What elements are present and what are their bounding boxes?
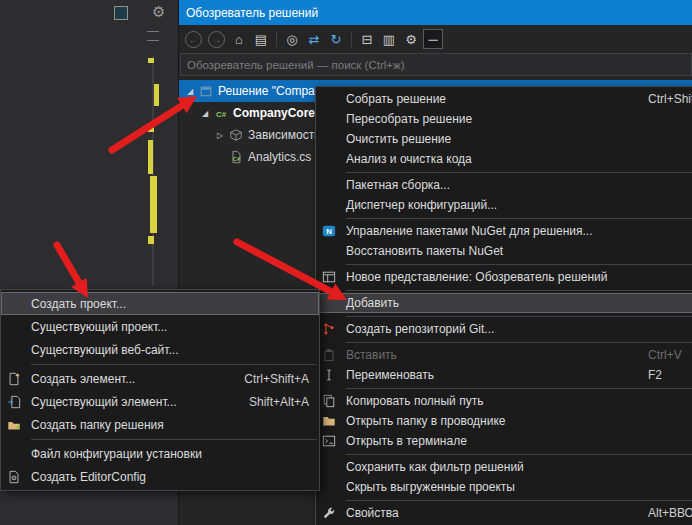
back-icon[interactable]: ← (185, 31, 202, 48)
search-box (180, 53, 692, 76)
menu-item[interactable]: Открыть в терминале (316, 431, 692, 451)
menu-icon-slot (316, 129, 341, 149)
editorconfig-icon (1, 465, 26, 488)
show-all-files-icon[interactable]: ▥ (379, 29, 399, 49)
csharp-project-icon: C# (212, 106, 230, 120)
menu-item[interactable]: Существующий проект... (1, 315, 319, 338)
forward-icon[interactable]: → (208, 31, 225, 48)
search-input[interactable] (181, 59, 691, 71)
expander-expanded-icon[interactable]: ◢ (183, 87, 197, 96)
expander-expanded-icon[interactable]: ◢ (198, 109, 212, 118)
menu-item-label: Пакетная сборка... (341, 178, 460, 192)
solution-explorer-toolbar: ←→⌂▤◎⇄↻⊟▥⚙─ (179, 25, 692, 53)
menu-item[interactable]: Диспетчер конфигураций... (316, 195, 692, 215)
menu-separator (346, 388, 692, 389)
pending-changes-icon[interactable]: ◎ (282, 29, 302, 49)
splitter-handle[interactable] (147, 31, 159, 41)
menu-item-label: Создать репозиторий Git... (341, 322, 504, 336)
menu-icon-slot (316, 109, 341, 129)
menu-icon-slot (316, 195, 341, 215)
change-marker (154, 84, 159, 106)
menu-item-label: Свойства (341, 506, 409, 520)
new-view-icon (316, 267, 341, 287)
menu-item-label: Собрать решение (341, 92, 456, 106)
menu-icon-slot (316, 175, 341, 195)
sync-active-document-icon[interactable]: ⇄ (304, 29, 324, 49)
home-icon[interactable]: ⌂ (229, 29, 249, 49)
menu-item[interactable]: Создать проект... (1, 292, 319, 315)
menu-icon-slot (316, 149, 341, 169)
switch-views-icon[interactable]: ▤ (251, 29, 271, 49)
menu-icon-slot (1, 442, 26, 465)
menu-icon-slot (316, 241, 341, 261)
menu-item[interactable]: Пересобрать решение (316, 109, 692, 129)
menu-item-label: Создать EditorConfig (26, 470, 156, 484)
menu-item-label: Файл конфигурации установки (26, 447, 212, 461)
refresh-icon[interactable]: ↻ (326, 29, 346, 49)
menu-item-label: Создать элемент... (26, 372, 145, 386)
menu-item-label: Создать папку решения (26, 418, 174, 432)
preview-selected-icon[interactable]: ─ (423, 29, 443, 49)
menu-item-label: Существующий проект... (26, 320, 177, 334)
menu-separator (346, 264, 692, 265)
visual-studio-window: ⚙ Обозреватель решений ←→⌂▤◎⇄↻⊟▥⚙─ ◢Реше… (0, 0, 692, 525)
solution-context-menu: Собрать решениеCtrl+ShifПересобрать реше… (315, 86, 692, 525)
expander-collapsed-icon[interactable]: ▷ (213, 131, 227, 140)
svg-text:C#: C# (216, 110, 227, 119)
menu-item[interactable]: Анализ и очистка кода (316, 149, 692, 169)
menu-separator (31, 364, 317, 365)
panel-title-bar[interactable]: Обозреватель решений (179, 0, 692, 25)
menu-item[interactable]: Скрыть выгруженные проекты (316, 477, 692, 497)
menu-item-label: Добавить (341, 296, 409, 310)
menu-item-label: Управление пакетами NuGet для решения... (341, 224, 603, 238)
menu-item-label: Вставить (341, 348, 407, 362)
menu-separator (346, 218, 692, 219)
dependencies-icon (227, 128, 245, 142)
menu-item[interactable]: Создать репозиторий Git... (316, 319, 692, 339)
menu-item-shortcut: Shift+Alt+A (249, 395, 319, 409)
svg-text:C#: C# (233, 156, 241, 162)
menu-item: ВставитьCtrl+V (316, 345, 692, 365)
menu-item[interactable]: СвойстваAlt+ВВО (316, 503, 692, 523)
menu-item[interactable]: NУправление пакетами NuGet для решения..… (316, 221, 692, 241)
menu-item-label: Скрыть выгруженные проекты (341, 480, 525, 494)
change-marker (148, 126, 154, 132)
menu-item[interactable]: Существующий веб-сайт... (1, 338, 319, 361)
gear-icon[interactable]: ⚙ (152, 3, 165, 21)
document-window-icon (114, 6, 128, 20)
add-submenu: Создать проект...Существующий проект...С… (0, 289, 320, 491)
properties-wrench-icon[interactable]: ⚙ (401, 29, 421, 49)
menu-item[interactable]: Новое представление: Обозреватель решени… (316, 267, 692, 287)
menu-item[interactable]: Открыть папку в проводнике (316, 411, 692, 431)
menu-separator (31, 439, 317, 440)
menu-icon-slot (1, 338, 26, 361)
csharp-file-icon: C# (227, 150, 245, 164)
menu-item[interactable]: Собрать решениеCtrl+Shif (316, 89, 692, 109)
menu-item-label: Переименовать (341, 368, 444, 382)
menu-item[interactable]: Создать элемент...Ctrl+Shift+A (1, 367, 319, 390)
menu-item-label: Существующий элемент... (26, 395, 187, 409)
nuget-icon: N (316, 221, 341, 241)
menu-item[interactable]: Копировать полный путь (316, 391, 692, 411)
menu-item[interactable]: Существующий элемент...Shift+Alt+A (1, 390, 319, 413)
menu-item[interactable]: Создать EditorConfig (1, 465, 319, 488)
menu-item[interactable]: Пакетная сборка... (316, 175, 692, 195)
menu-item[interactable]: Файл конфигурации установки (1, 442, 319, 465)
menu-item[interactable]: Очистить решение (316, 129, 692, 149)
menu-item-label: Восстановить пакеты NuGet (341, 244, 513, 258)
collapse-all-icon[interactable]: ⊟ (357, 29, 377, 49)
properties-wrench-icon (316, 503, 341, 523)
menu-item[interactable]: Добавить (316, 293, 692, 313)
menu-item[interactable]: ПереименоватьF2 (316, 365, 692, 385)
tree-item-label: Зависимости (245, 128, 321, 142)
menu-icon-slot (316, 89, 341, 109)
menu-item[interactable]: Создать папку решения (1, 413, 319, 436)
menu-separator (346, 172, 692, 173)
menu-item[interactable]: Восстановить пакеты NuGet (316, 241, 692, 261)
menu-item-label: Открыть папку в проводнике (341, 414, 515, 428)
toolbar-separator (351, 32, 352, 47)
panel-title: Обозреватель решений (186, 6, 318, 20)
menu-item-shortcut: Ctrl+Shift+A (244, 372, 319, 386)
menu-item[interactable]: Сохранить как фильтр решений (316, 457, 692, 477)
menu-item-shortcut: Ctrl+V (648, 348, 682, 362)
